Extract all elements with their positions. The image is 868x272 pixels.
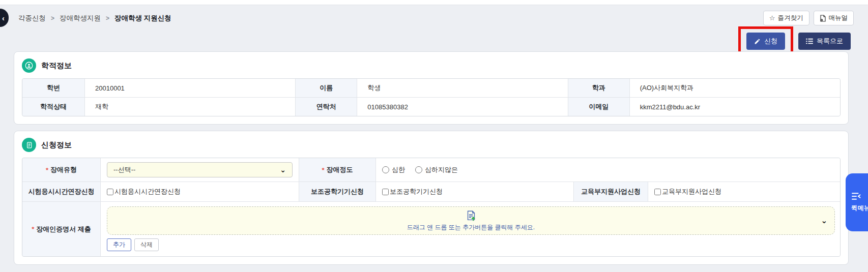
star-icon: ☆	[769, 15, 775, 21]
favorite-button[interactable]: ☆ 즐겨찾기	[763, 11, 809, 25]
file-delete-button[interactable]: 삭제	[134, 238, 159, 251]
section-title: 신청정보	[41, 140, 72, 150]
field-label-text: 장애유형	[50, 165, 77, 174]
apply-button-label: 신청	[764, 37, 777, 46]
field-label-moe-support: 교육부지원사업신청	[574, 182, 648, 201]
dropzone-hint-text: 드래그 앤 드롭 또는 추가버튼을 클릭해 주세요.	[407, 223, 535, 232]
field-label-assistive-device: 보조공학기기신청	[299, 182, 375, 201]
field-label: 이메일	[568, 98, 629, 116]
manual-button[interactable]: 매뉴얼	[814, 11, 854, 25]
checkbox-label: 시험응시시간연장신청	[114, 187, 181, 196]
academic-info-card: 학적정보 학번 20010001 이름 학생 학과 (AO)사회복지학과 학적상…	[14, 51, 849, 125]
field-label-certificate: * 장애인증명서 제출	[22, 202, 100, 256]
field-value-phone: 01085380382	[357, 98, 567, 116]
manual-document-icon	[820, 15, 826, 22]
required-mark: *	[46, 166, 48, 174]
main-content: 학적정보 학번 20010001 이름 학생 학과 (AO)사회복지학과 학적상…	[14, 51, 849, 271]
breadcrumb-separator-icon: >	[106, 15, 109, 22]
chevron-down-icon: ⌄	[280, 166, 286, 174]
assistive-device-checkbox[interactable]	[382, 189, 389, 195]
favorite-button-label: 즐겨찾기	[778, 14, 803, 22]
moe-support-cell: 교육부지원사업신청	[648, 182, 840, 201]
exam-time-extension-checkbox[interactable]	[107, 189, 113, 195]
quick-menu-icon	[851, 192, 861, 200]
page-utility-buttons: ☆ 즐겨찾기 매뉴얼	[763, 11, 854, 25]
academic-section-header: 학적정보	[22, 58, 841, 73]
field-label: 학적상태	[22, 98, 84, 116]
collapse-sidebar-button[interactable]: ‹	[0, 9, 9, 27]
chevron-left-icon: ‹	[2, 14, 5, 22]
breadcrumb-current-page: 장애학생 지원신청	[114, 14, 171, 23]
field-label-disability-type: * 장애유형	[22, 158, 100, 182]
manual-button-label: 매뉴얼	[829, 14, 848, 22]
checkbox-label: 보조공학기기신청	[390, 187, 443, 196]
field-label-disability-degree: * 장애정도	[299, 158, 375, 182]
required-mark: *	[322, 166, 324, 174]
breadcrumb-item[interactable]: 각종신청	[18, 14, 46, 23]
quick-menu-tab[interactable]: 퀵메뉴	[846, 173, 868, 231]
to-list-button-label: 목록으로	[817, 37, 843, 46]
checkbox-label: 교육부지원사업신청	[662, 187, 721, 196]
file-add-button[interactable]: 추가	[107, 238, 131, 251]
breadcrumb-item[interactable]: 장애학생지원	[60, 14, 101, 23]
field-value-student-id: 20010001	[85, 79, 295, 97]
top-strip	[0, 0, 868, 5]
select-selected-value: --선택--	[113, 165, 135, 174]
pencil-icon	[754, 38, 761, 45]
field-value-department: (AO)사회복지학과	[630, 79, 840, 97]
radio-not-severe[interactable]	[415, 166, 422, 173]
field-value-status: 재학	[85, 98, 295, 116]
file-buttons: 추가 삭제	[107, 238, 835, 251]
assistive-device-cell: 보조공학기기신청	[376, 182, 573, 201]
list-icon	[806, 38, 813, 44]
section-title: 학적정보	[41, 61, 72, 71]
breadcrumb-separator-icon: >	[51, 15, 54, 22]
disability-type-cell: --선택-- ⌄	[101, 158, 299, 182]
to-list-button[interactable]: 목록으로	[798, 33, 851, 50]
chevron-down-icon: ⌄	[821, 216, 827, 225]
radio-label: 심하지않은	[425, 165, 458, 174]
radio-option-severe[interactable]: 심한	[382, 165, 405, 174]
disability-type-select[interactable]: --선택-- ⌄	[107, 162, 293, 177]
academic-info-table: 학번 20010001 이름 학생 학과 (AO)사회복지학과 학적상태 재학 …	[22, 78, 841, 116]
moe-support-checkbox[interactable]	[654, 189, 661, 195]
field-value-name: 학생	[357, 79, 567, 97]
field-label-exam-time-extension: 시험응시시간연장신청	[22, 182, 100, 201]
breadcrumb: 각종신청 > 장애학생지원 > 장애학생 지원신청	[18, 14, 171, 23]
field-label: 이름	[296, 79, 357, 97]
required-mark: *	[32, 225, 34, 233]
quick-menu-label: 퀵메뉴	[851, 204, 868, 213]
exam-time-extension-cell: 시험응시시간연장신청	[101, 182, 299, 201]
field-label-text: 장애정도	[327, 165, 353, 174]
certificate-upload-cell: 드래그 앤 드롭 또는 추가버튼을 클릭해 주세요. ⌄ 추가 삭제	[101, 202, 840, 256]
radio-label: 심한	[392, 165, 405, 174]
application-info-card: 신청정보 * 장애유형 --선택-- ⌄ * 장애정도 심한	[14, 131, 849, 265]
application-section-header: 신청정보	[22, 138, 841, 152]
document-icon	[22, 138, 36, 152]
radio-option-not-severe[interactable]: 심하지않은	[415, 165, 458, 174]
file-upload-icon	[465, 210, 477, 222]
apply-button[interactable]: 신청	[746, 33, 785, 50]
radio-severe[interactable]	[382, 166, 389, 173]
field-label: 학과	[568, 79, 629, 97]
file-dropzone[interactable]: 드래그 앤 드롭 또는 추가버튼을 클릭해 주세요. ⌄	[107, 206, 835, 235]
person-icon	[22, 58, 36, 73]
application-form-table: * 장애유형 --선택-- ⌄ * 장애정도 심한 심	[22, 158, 841, 257]
field-label: 연락처	[296, 98, 357, 116]
disability-degree-cell: 심한 심하지않은	[376, 158, 840, 182]
field-label: 학번	[22, 79, 84, 97]
field-label-text: 장애인증명서 제출	[36, 225, 91, 234]
field-value-email: kkm2211@bdu.ac.kr	[630, 98, 840, 116]
